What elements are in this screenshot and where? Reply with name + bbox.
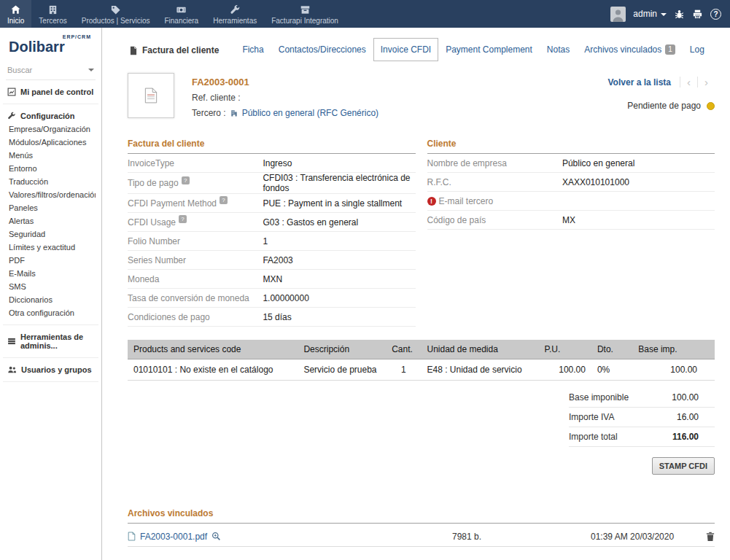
next-arrow-icon[interactable] <box>697 77 715 88</box>
user-menu[interactable]: admin <box>633 9 667 19</box>
topmenu-productos-servicios[interactable]: Productos | Servicios <box>74 0 158 28</box>
tab-log[interactable]: Log <box>683 38 712 61</box>
linked-files-count-badge: 1 <box>665 44 675 55</box>
column-header: Unidad de medida <box>421 340 538 359</box>
topmenu-terceros[interactable]: Terceros <box>31 0 74 28</box>
field-value: MX <box>562 215 715 225</box>
sidebar-item-admin-tools[interactable]: Herramientas de adminis... <box>6 330 96 352</box>
linked-files-title: Archivos vinculados <box>128 508 715 524</box>
sidebar-section-admin-tools: Herramientas de adminis... <box>3 325 98 358</box>
help-icon[interactable] <box>710 9 721 20</box>
field-row: Nombre de empresa Público en general <box>427 154 715 173</box>
field-value: 1 <box>263 236 415 246</box>
cell-unit-price: 100.00 <box>538 359 591 381</box>
sidebar-item-configuracion[interactable]: Configuración <box>6 109 96 122</box>
search-select[interactable]: Buscar <box>6 62 96 80</box>
total-row-grand: Importe total 116.00 <box>569 427 715 447</box>
sidebar-item-empresa-organizacion[interactable]: Empresa/Organización <box>6 122 96 136</box>
tab-ficha[interactable]: Ficha <box>235 38 271 61</box>
topmenu-inicio[interactable]: Inicio <box>0 0 31 28</box>
sidebar-item-seguridad[interactable]: Seguridad <box>6 228 96 241</box>
sidebar-item-emails[interactable]: E-Mails <box>6 267 96 280</box>
sidebar-item-entorno[interactable]: Entorno <box>6 162 96 175</box>
tab-archivos-vinculados[interactable]: Archivos vinculados 1 <box>577 38 683 61</box>
customer-ref-label: Ref. cliente : <box>192 93 241 103</box>
topmenu-label: Productos | Servicios <box>82 17 150 25</box>
avatar[interactable] <box>610 7 626 22</box>
topbar-right: admin <box>610 0 730 28</box>
field-value: G03 : Gastos en general <box>263 217 415 228</box>
tab-notas[interactable]: Notas <box>540 38 577 61</box>
document-thumbnail[interactable] <box>128 73 174 118</box>
company-icon <box>230 109 238 117</box>
sidebar-item-diccionarios[interactable]: Diccionarios <box>6 293 96 306</box>
sidebar-item-limites-exactitud[interactable]: Límites y exactitud <box>6 241 96 254</box>
chart-icon <box>7 88 16 96</box>
cell-base: 100.00 <box>632 359 715 381</box>
info-tooltip-icon[interactable] <box>220 196 228 204</box>
sidebar-item-pdf[interactable]: PDF <box>6 254 96 267</box>
sidebar-item-traduccion[interactable]: Traducción <box>6 175 96 188</box>
pagination <box>680 77 715 88</box>
field-row: Condiciones de pago 15 días <box>128 308 416 327</box>
sidebar-item-alertas[interactable]: Alertas <box>6 214 96 228</box>
topmenu-facturapi-integration[interactable]: Facturapi Integration <box>264 0 346 28</box>
thirdparty-link[interactable]: Público en general (RFC Genérico) <box>242 108 378 118</box>
info-tooltip-icon[interactable] <box>179 215 187 223</box>
field-row: Tipo de pago CFDI03 : Transferencia elec… <box>128 173 416 194</box>
topmenu-label: Herramientas <box>213 17 257 25</box>
sidebar-item-users-groups[interactable]: Usuarios y grupos <box>6 363 96 376</box>
file-delete-cell <box>693 532 715 542</box>
object-type-text: Factura del cliente <box>142 45 219 55</box>
sidebar-item-menus[interactable]: Menús <box>6 149 96 162</box>
table-row: 01010101 : No existe en el catálogo Serv… <box>128 359 715 381</box>
column-header: P.U. <box>538 340 591 359</box>
invoice-ref: FA2003-0001 <box>192 73 532 88</box>
total-label: Importe IVA <box>569 412 614 422</box>
sidebar-section-dashboard: Mi panel de control <box>3 80 98 104</box>
sidebar-item-dashboard[interactable]: Mi panel de control <box>6 85 96 98</box>
field-row: Tasa de conversión de moneda 1.00000000 <box>128 289 416 308</box>
banner-nav: Volver a la lista <box>608 73 715 88</box>
field-value: PUE : Payment in a single stallment <box>263 198 415 209</box>
field-label: R.F.C. <box>427 177 451 187</box>
bug-icon[interactable] <box>674 9 685 20</box>
linked-files-section: Archivos vinculados FA2003-0001.pdf 7981… <box>128 508 715 547</box>
prev-arrow-icon[interactable] <box>680 77 697 88</box>
tab-contactos-direcciones[interactable]: Contactos/Direcciones <box>271 38 373 61</box>
search-plus-icon[interactable] <box>211 532 221 541</box>
topmenu-herramientas[interactable]: Herramientas <box>206 0 264 28</box>
sidebar-item-sms[interactable]: SMS <box>6 280 96 293</box>
dolibarr-logo[interactable]: ERP/CRM Dolibarr <box>0 28 101 59</box>
field-row: CFDI Usage G03 : Gastos en general <box>128 213 416 232</box>
file-link[interactable]: FA2003-0001.pdf <box>140 532 207 542</box>
sidebar-item-label: Herramientas de adminis... <box>20 332 94 350</box>
field-row: Folio Number 1 <box>128 232 416 251</box>
column-header: Descripción <box>298 340 386 359</box>
field-label: InvoiceType <box>128 158 174 168</box>
total-label: Base imponible <box>569 392 629 402</box>
field-label: Tipo de pago <box>128 178 179 188</box>
sidebar: ERP/CRM Dolibarr Buscar Mi panel de cont… <box>0 28 102 560</box>
column-header: Dto. <box>591 340 632 359</box>
sidebar-item-valores-filtros[interactable]: Valores/filtros/ordenación p... <box>6 188 96 201</box>
thirdparty-line: Tercero : Público en general (RFC Genéri… <box>192 108 532 118</box>
total-value: 100.00 <box>672 392 699 402</box>
total-value: 16.00 <box>677 412 699 422</box>
back-to-list-link[interactable]: Volver a la lista <box>608 77 672 88</box>
field-value: XAXX010101000 <box>562 177 715 187</box>
sidebar-item-paneles[interactable]: Paneles <box>6 201 96 214</box>
user-name: admin <box>633 9 657 19</box>
chevron-down-icon <box>88 69 94 71</box>
topmenu-financiera[interactable]: Financiera <box>157 0 206 28</box>
tab-payment-complement[interactable]: Payment Complement <box>438 38 540 61</box>
tab-invoice-cfdi[interactable]: Invoice CFDI <box>373 38 438 61</box>
print-icon[interactable] <box>692 9 703 20</box>
info-tooltip-icon[interactable] <box>182 176 190 184</box>
banknote-icon <box>176 4 187 15</box>
trash-icon[interactable] <box>706 532 715 542</box>
sidebar-item-modulos-aplicaciones[interactable]: Módulos/Aplicaciones <box>6 136 96 149</box>
field-row: InvoiceType Ingreso <box>128 154 416 173</box>
stamp-cfdi-button[interactable]: STAMP CFDI <box>652 457 715 475</box>
sidebar-item-otra-configuracion[interactable]: Otra configuración <box>6 306 96 319</box>
